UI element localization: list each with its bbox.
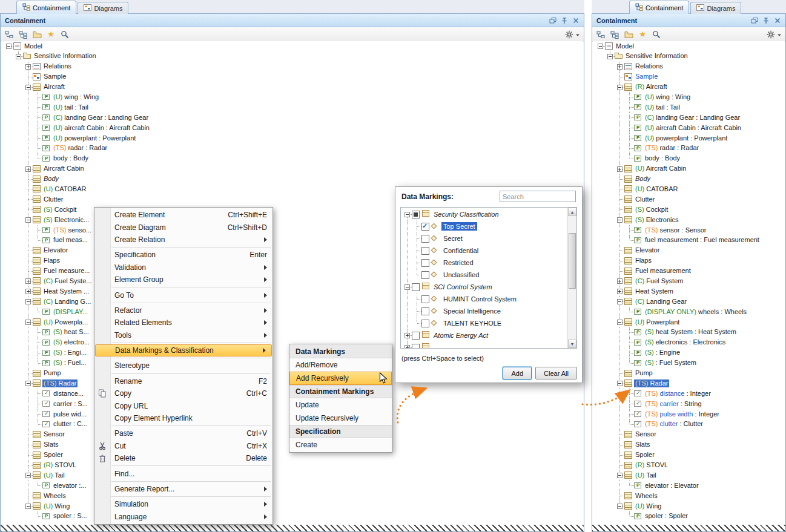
collapse-icon[interactable] <box>25 85 31 90</box>
tree-item-label[interactable]: Unclassified <box>441 271 481 279</box>
tree-item-label[interactable]: (S) heat S... <box>52 328 90 337</box>
tree-item-label[interactable]: (TS) radar : Radar <box>52 144 108 153</box>
collapse-icon[interactable] <box>25 299 31 304</box>
tree-row[interactable]: (R) STOVL <box>1 461 583 471</box>
menu-item[interactable]: Simulation <box>94 498 272 510</box>
tree-row[interactable]: (U) Powerplant <box>593 317 785 327</box>
tree-row[interactable]: elevator : Elevator <box>593 481 785 491</box>
tree-row[interactable]: (U) Aircraft Cabin <box>593 164 785 174</box>
tree-row[interactable]: TALENT KEYHOLE <box>401 317 567 329</box>
tree-row[interactable]: Model <box>593 41 785 51</box>
tree-row[interactable]: (U) CATOBAR <box>593 184 785 194</box>
tree-row[interactable]: (S) heat System : Heat System <box>593 327 785 338</box>
tree-row[interactable]: Sample <box>1 72 583 82</box>
collapse-icon[interactable] <box>607 54 613 59</box>
tree-row[interactable]: (TS) Radar <box>593 378 785 389</box>
menu-item[interactable]: Language <box>94 511 272 523</box>
tab-diagrams[interactable]: Diagrams <box>78 2 128 14</box>
tree-row[interactable]: (TS) distance : Integer <box>593 389 785 399</box>
tree-row[interactable]: Slats <box>593 440 785 450</box>
tree-item-label[interactable]: body : Body <box>644 154 681 163</box>
restore-panel-icon[interactable] <box>549 16 556 24</box>
tree-row[interactable]: fuel measurement : Fuel measurement <box>593 235 785 246</box>
tree-row[interactable]: Clutter <box>593 194 785 205</box>
expand-all-icon[interactable] <box>610 30 619 39</box>
tree-row[interactable]: (S) electronics : Electronics <box>593 338 785 348</box>
tree-item-label[interactable]: (C) Landing Gear <box>634 298 688 306</box>
tree-item-label[interactable]: clutter : C... <box>52 420 88 429</box>
tree-item-label[interactable]: (S) Electronic... <box>42 216 90 225</box>
tree-item-label[interactable]: Flaps <box>634 257 653 265</box>
open-folder-icon[interactable] <box>624 30 633 39</box>
tree-row[interactable]: spoler : Spoler <box>593 511 785 522</box>
tree-item-label[interactable]: TALENT KEYHOLE <box>441 319 503 327</box>
tree-item-label[interactable]: (S) electro... <box>52 338 91 347</box>
clear-all-button[interactable]: Clear All <box>535 367 577 379</box>
menu-item[interactable]: Create <box>289 438 392 452</box>
tree-item-label[interactable]: (U) aircraft Cabin : Aircraft Cabin <box>52 124 151 133</box>
menu-item[interactable]: Find... <box>94 467 272 479</box>
tree-row[interactable]: (S) Cockpit <box>593 205 785 215</box>
collapse-icon[interactable] <box>617 381 623 386</box>
tree-item-label[interactable]: Model <box>23 42 44 51</box>
tree-item-label[interactable]: Restricted <box>441 258 475 267</box>
expand-icon[interactable] <box>617 64 623 70</box>
tree-item-label[interactable]: Elevator <box>42 246 69 255</box>
tree-row[interactable]: (C) landing Gear : Landing Gear <box>593 113 785 123</box>
menu-item[interactable]: Create ElementCtrl+Shift+E <box>94 209 272 221</box>
tab-containment[interactable]: Containment <box>16 1 76 14</box>
expand-icon[interactable] <box>617 289 623 294</box>
collapse-icon[interactable] <box>25 504 31 509</box>
open-folder-icon[interactable] <box>32 30 42 39</box>
tree-item-label[interactable]: (TS) Radar <box>42 379 78 388</box>
tree-row[interactable]: (R) Aircraft <box>593 82 785 93</box>
tree-item-label[interactable]: Relations <box>42 62 73 71</box>
tree-item-label[interactable]: (TS) sensor : Sensor <box>644 226 708 235</box>
tree-row[interactable]: (C) Landing Gear <box>593 297 785 307</box>
tree-row[interactable]: (U) wing : Wing <box>1 92 583 102</box>
collapse-icon[interactable] <box>25 473 31 478</box>
tree-item-label[interactable]: SCI Control System <box>432 283 494 291</box>
tree-row[interactable]: (U) wing : Wing <box>593 92 785 102</box>
tree-item-label[interactable]: (U) Aircraft Cabin <box>634 165 687 173</box>
tree-row[interactable]: Confidential <box>401 245 567 257</box>
tree-row[interactable]: (U) aircraft Cabin : Aircraft Cabin <box>593 123 785 133</box>
menu-item[interactable]: Create Relation <box>94 234 272 246</box>
collapse-icon[interactable] <box>617 299 623 304</box>
collapse-icon[interactable] <box>405 212 410 217</box>
tree-row[interactable]: (U) powerplant : Powerplant <box>593 133 785 143</box>
tree-row[interactable]: Sensitive Information <box>1 51 583 62</box>
tree-item-label[interactable]: Wheels <box>634 492 659 501</box>
tree-item-label[interactable]: Relations <box>634 62 664 71</box>
checkbox[interactable] <box>412 283 420 291</box>
tree-item-label[interactable]: Fuel measure... <box>42 267 91 275</box>
tree-row[interactable]: Relations <box>1 62 583 72</box>
tree-item-label[interactable]: spoler : Spoler <box>644 512 689 521</box>
tree-item-label[interactable]: Sample <box>634 73 659 81</box>
menu-item[interactable]: Update <box>289 398 392 412</box>
tree-item-label[interactable]: (S) : Fuel System <box>644 359 698 367</box>
tree-row[interactable]: (TS) clutter : Clutter <box>593 419 785 430</box>
tree-item-label[interactable]: (U) aircraft Cabin : Aircraft Cabin <box>644 124 742 133</box>
pin-panel-icon[interactable] <box>560 16 568 24</box>
tree-row[interactable]: Security Classification <box>401 208 567 220</box>
tree-item-label[interactable]: Flaps <box>42 257 61 265</box>
menu-item[interactable]: SpecificationEnter <box>94 249 272 261</box>
tree-item-label[interactable]: Aircraft Cabin <box>42 165 85 173</box>
tree-item-label[interactable]: (S) : Fuel... <box>52 359 87 367</box>
tree-item-label[interactable]: (S) Cockpit <box>634 206 669 214</box>
tree-row[interactable]: body : Body <box>593 154 785 164</box>
tree-row[interactable]: Elevator <box>593 246 785 256</box>
tree-row[interactable]: (U) tail : Tail <box>593 102 785 113</box>
collapse-icon[interactable] <box>617 85 623 90</box>
menu-item[interactable]: Data Markings & Classification <box>95 344 272 356</box>
menu-item[interactable]: RenameF2 <box>94 375 272 387</box>
menu-item[interactable]: Element Group <box>94 274 272 286</box>
tree-item-label[interactable]: Heat System <box>634 287 675 296</box>
tree-item-label[interactable]: carrier : S... <box>52 400 89 409</box>
tree-row[interactable]: Aircraft <box>1 82 583 93</box>
collapse-icon[interactable] <box>25 320 31 325</box>
tree-item-label[interactable]: distance... <box>52 390 85 398</box>
tree-item-label[interactable]: (TS) Radar <box>634 379 669 388</box>
tree-item-label[interactable]: (R) Aircraft <box>634 83 669 91</box>
